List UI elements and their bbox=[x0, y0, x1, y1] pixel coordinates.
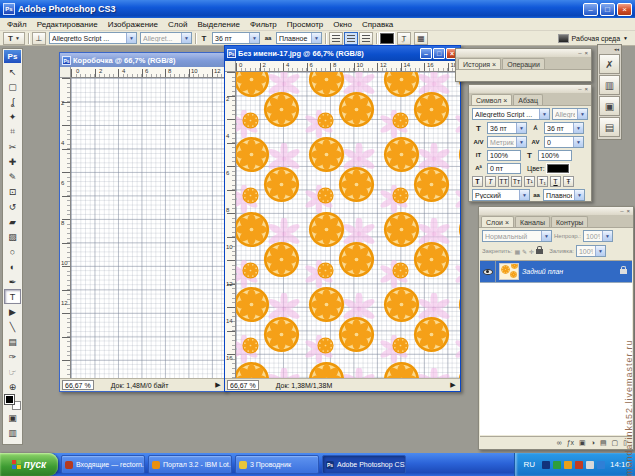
layer-row-background[interactable]: Задний план bbox=[480, 261, 632, 283]
new-layer-button[interactable]: ▢ bbox=[612, 439, 619, 447]
font-style-select[interactable]: Allegret... ▼ bbox=[140, 32, 192, 44]
palette-close-icon[interactable]: × bbox=[584, 50, 588, 56]
close-button[interactable]: × bbox=[617, 3, 632, 16]
align-center-button[interactable] bbox=[344, 32, 358, 45]
zoom-tool[interactable]: ⊕ bbox=[4, 379, 21, 394]
language-indicator[interactable]: RU bbox=[523, 460, 535, 469]
align-left-button[interactable] bbox=[329, 32, 343, 45]
status-arrow-icon[interactable]: ▶ bbox=[213, 381, 223, 389]
status-arrow-icon[interactable]: ▶ bbox=[448, 381, 458, 389]
horizontal-scale-input[interactable]: 100% bbox=[538, 150, 572, 161]
dock-layer-comps-icon[interactable]: ▣ bbox=[599, 96, 620, 116]
tray-icon-4[interactable] bbox=[575, 461, 583, 469]
menu-item-8[interactable]: Окно bbox=[328, 20, 357, 29]
doc2-zoom-level[interactable]: 66,67 % bbox=[227, 380, 259, 390]
adjustment-layer-button[interactable]: ◑ bbox=[591, 439, 595, 446]
line-tool[interactable]: ╲ bbox=[4, 319, 21, 334]
blend-mode-select[interactable]: Нормальный ▼ bbox=[482, 230, 552, 242]
blur-tool[interactable]: ○ bbox=[4, 244, 21, 259]
character-tab-1[interactable]: Символ × bbox=[471, 94, 512, 105]
menu-item-3[interactable]: Изображение bbox=[103, 20, 163, 29]
lasso-tool[interactable]: ʆ bbox=[4, 94, 21, 109]
underline-button[interactable]: T bbox=[550, 176, 561, 187]
toggle-palettes-button[interactable]: ▦ bbox=[414, 32, 428, 45]
pen-tool[interactable]: ✒ bbox=[4, 274, 21, 289]
layer-style-button[interactable]: ƒx bbox=[567, 439, 574, 446]
taskbar-task-3[interactable]: 3 Проводник bbox=[235, 455, 319, 474]
screen-mode-button[interactable]: ▥ bbox=[4, 425, 21, 440]
healing-brush-tool[interactable]: ✚ bbox=[4, 154, 21, 169]
quick-mask-button[interactable]: ▣ bbox=[4, 410, 21, 425]
lock-pixels-icon[interactable]: ✎ bbox=[522, 248, 527, 255]
font-family-select[interactable]: Allegretto Script ... ▼ bbox=[49, 32, 137, 44]
layer-thumbnail[interactable] bbox=[499, 263, 519, 280]
gradient-tool[interactable]: ▨ bbox=[4, 229, 21, 244]
document-window-bez-imeni[interactable]: Ps Без имени-17.jpg @ 66,7% (RGB/8) – □ … bbox=[224, 45, 461, 392]
dock-swatches-icon[interactable]: ▥ bbox=[599, 75, 620, 95]
language-select[interactable]: Русский ▼ bbox=[472, 189, 530, 201]
menu-item-2[interactable]: Редактирование bbox=[32, 20, 103, 29]
fill-select[interactable]: 100% ▼ bbox=[576, 245, 606, 257]
align-right-button[interactable] bbox=[359, 32, 373, 45]
text-color-swatch[interactable] bbox=[380, 33, 394, 44]
char-size-select[interactable]: 36 пт ▼ bbox=[487, 122, 527, 134]
start-button[interactable]: пуск bbox=[0, 453, 58, 476]
move-tool[interactable]: ↖ bbox=[4, 64, 21, 79]
layers-tab-2[interactable]: Каналы bbox=[515, 216, 550, 227]
notes-tool[interactable]: ▤ bbox=[4, 334, 21, 349]
path-selection-tool[interactable]: ▶ bbox=[4, 304, 21, 319]
tray-icon-3[interactable] bbox=[564, 461, 572, 469]
opacity-select[interactable]: 100% ▼ bbox=[583, 230, 613, 242]
minimize-button[interactable]: – bbox=[583, 3, 598, 16]
hand-tool[interactable]: ☞ bbox=[4, 364, 21, 379]
palette-minimize-icon[interactable]: – bbox=[578, 86, 581, 92]
menu-item-1[interactable]: Файл bbox=[2, 20, 32, 29]
taskbar-task-2[interactable]: Портал 3.2 - IBM Lot... bbox=[148, 455, 232, 474]
dodge-tool[interactable]: ◐ bbox=[4, 259, 21, 274]
tray-icon-2[interactable] bbox=[553, 461, 561, 469]
warp-text-button[interactable]: T⌣ bbox=[397, 32, 411, 45]
char-font-style-select[interactable]: Allegret... ▼ bbox=[552, 108, 588, 120]
taskbar-task-1[interactable]: Входящие — rectorn... bbox=[61, 455, 145, 474]
slice-tool[interactable]: ✂ bbox=[4, 139, 21, 154]
quick-selection-tool[interactable]: ✦ bbox=[4, 109, 21, 124]
subscript-button[interactable]: T₁ bbox=[537, 176, 548, 187]
brush-tool[interactable]: ✎ bbox=[4, 169, 21, 184]
marquee-tool[interactable]: ▢ bbox=[4, 79, 21, 94]
layers-tab-1[interactable]: Слои × bbox=[481, 216, 514, 227]
dock-info-icon[interactable]: ▤ bbox=[599, 117, 620, 137]
tracking-select[interactable]: 0 ▼ bbox=[544, 136, 584, 148]
palette-close-icon[interactable]: × bbox=[584, 86, 588, 92]
document-window-korobochka[interactable]: Ps Коробочка @ 66,7% (RGB/8) 024681012 2… bbox=[59, 52, 226, 392]
doc-minimize-button[interactable]: – bbox=[420, 48, 432, 59]
tray-icon-6[interactable] bbox=[597, 461, 605, 469]
palette-close-icon[interactable]: × bbox=[626, 208, 630, 214]
menu-item-9[interactable]: Справка bbox=[357, 20, 398, 29]
layer-mask-button[interactable]: ▣ bbox=[579, 439, 586, 447]
leading-select[interactable]: 36 пт ▼ bbox=[544, 122, 584, 134]
faux-italic-button[interactable]: T bbox=[485, 176, 496, 187]
doc2-canvas[interactable] bbox=[236, 72, 460, 378]
type-tool[interactable]: T bbox=[4, 289, 21, 304]
font-size-select[interactable]: 36 пт ▼ bbox=[212, 32, 260, 44]
faux-bold-button[interactable]: T bbox=[472, 176, 483, 187]
foreground-color-swatch[interactable] bbox=[5, 395, 14, 404]
history-brush-tool[interactable]: ↺ bbox=[4, 199, 21, 214]
doc2-titlebar[interactable]: Ps Без имени-17.jpg @ 66,7% (RGB/8) – □ … bbox=[225, 46, 460, 61]
menu-item-5[interactable]: Выделение bbox=[192, 20, 244, 29]
dock-collapse-icon[interactable]: ◂◂ bbox=[599, 46, 620, 53]
all-caps-button[interactable]: TT bbox=[498, 176, 509, 187]
tool-preset-button[interactable]: T ▼ bbox=[3, 32, 25, 45]
taskbar-task-4[interactable]: PsAdobe Photoshop CS3 bbox=[322, 455, 406, 474]
doc-restore-button[interactable]: □ bbox=[433, 48, 445, 59]
smoothing-select[interactable]: Плавное ▼ bbox=[543, 189, 585, 201]
character-tab-2[interactable]: Абзац bbox=[513, 94, 543, 105]
kerning-select[interactable]: Метрики ▼ bbox=[487, 136, 527, 148]
anti-alias-select[interactable]: Плавное ▼ bbox=[276, 32, 322, 44]
crop-tool[interactable]: ⌗ bbox=[4, 124, 21, 139]
doc1-canvas[interactable] bbox=[71, 78, 225, 378]
palette-minimize-icon[interactable]: – bbox=[578, 50, 581, 56]
layer-visibility-toggle[interactable] bbox=[480, 261, 496, 282]
palette-minimize-icon[interactable]: – bbox=[620, 208, 623, 214]
strikethrough-button[interactable]: Ŧ bbox=[563, 176, 574, 187]
